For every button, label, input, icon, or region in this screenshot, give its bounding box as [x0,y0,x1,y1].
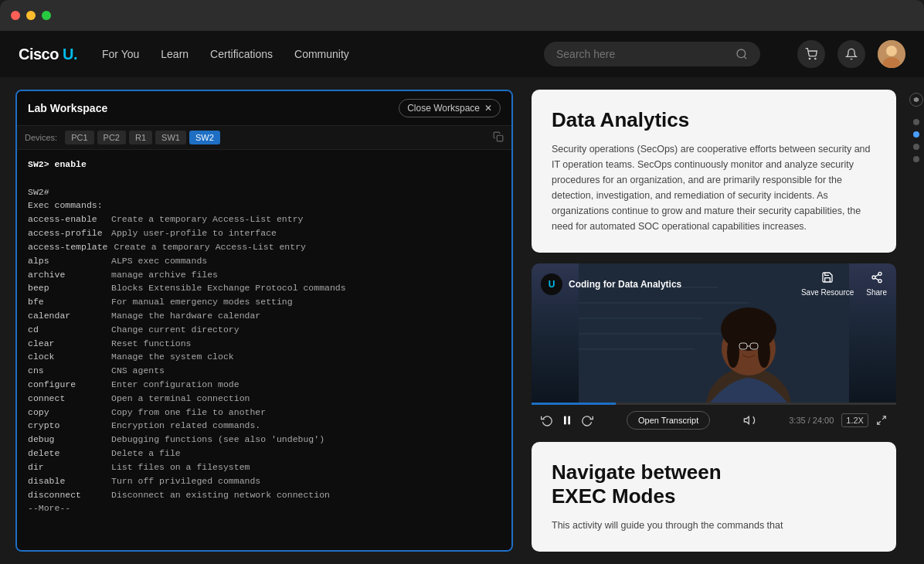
terminal-cmd-disable: disableTurn off privileged commands [28,474,501,488]
svg-point-5 [886,46,897,56]
copy-button[interactable] [493,131,504,144]
expand-dot[interactable] [42,11,51,20]
logo[interactable]: Cisco U. [19,46,77,63]
save-icon [821,271,834,287]
device-pc2[interactable]: PC2 [97,131,126,144]
rewind-icon [541,414,553,426]
svg-line-27 [875,278,878,280]
sidebar-dot-2[interactable] [913,144,919,150]
sidebar-dot-0[interactable] [913,119,919,125]
volume-button[interactable] [743,414,756,426]
video-thumbnail[interactable]: U Coding for Data Analytics [532,263,896,403]
speed-button[interactable]: 1.2X [841,413,868,427]
video-channel: U Coding for Data Analytics [541,274,681,295]
play-pause-button[interactable] [561,414,573,426]
exec-modes-title: Navigate betweenEXEC Modes [552,460,876,508]
search-icon [735,48,748,60]
terminal-cmd-debug: debugDebugging functions (see also 'unde… [28,433,501,447]
terminal-cmd-bfe: bfeFor manual emergency modes setting [28,295,501,309]
terminal-cmd-configure: configureEnter configuration mode [28,378,501,392]
terminal-cmd-copy: copyCopy from one file to another [28,406,501,420]
nav-learn[interactable]: Learn [161,48,189,60]
sidebar-dot-3[interactable] [913,156,919,162]
bell-button[interactable] [837,40,865,68]
search-bar[interactable] [544,42,760,66]
channel-icon-label: U [549,279,555,290]
logo-text: Cisco [19,46,59,63]
data-analytics-card: Data Analytics Security operations (SecO… [532,90,896,253]
share-icon [871,271,883,287]
nav-community[interactable]: Community [294,48,349,60]
fast-forward-icon [581,414,593,426]
navbar: Cisco U. For You Learn Certifications Co… [0,31,924,77]
logo-accent: U. [63,46,77,63]
close-dot[interactable] [11,11,20,20]
svg-point-25 [872,276,875,279]
pause-icon [561,414,573,426]
svg-line-33 [878,421,881,424]
window-chrome [0,0,924,31]
svg-rect-12 [579,333,733,335]
video-timestamp: 3:35 / 24:00 [789,416,834,425]
svg-rect-29 [564,416,566,425]
nav-certifications[interactable]: Certifications [210,48,273,60]
svg-rect-11 [579,318,702,319]
data-analytics-title: Data Analytics [552,108,876,132]
svg-point-20 [758,337,770,368]
lab-panel: Lab Workspace Close Workspace ✕ Devices:… [0,77,525,564]
terminal[interactable]: SW2> enable SW2# Exec commands: access-e… [17,150,511,550]
device-pc1[interactable]: PC1 [65,131,93,144]
devices-label: Devices: [25,133,57,142]
video-actions: Save Resource Share [801,271,887,297]
terminal-cmd-access-profile: access-profileApply user-profile to inte… [28,226,501,240]
terminal-cmd-crypto: cryptoEncryption related commands. [28,419,501,433]
video-card: U Coding for Data Analytics [532,263,896,430]
fullscreen-button[interactable] [876,415,887,426]
close-workspace-button[interactable]: Close Workspace ✕ [399,99,501,117]
device-sw1[interactable]: SW1 [155,131,186,144]
channel-icon: U [541,274,562,295]
terminal-cmd-dir: dirList files on a filesystem [28,460,501,474]
save-resource-label: Save Resource [801,288,854,297]
cart-button[interactable] [797,40,825,68]
search-input[interactable] [556,48,729,60]
video-title-text: Coding for Data Analytics [569,279,681,290]
video-progress-bar[interactable] [532,403,896,405]
cart-icon [805,48,817,60]
terminal-cmd-clock: clockManage the system clock [28,350,501,364]
sidebar-dot-1[interactable] [913,131,919,138]
svg-point-26 [878,280,882,283]
terminal-cmd-clear: clearReset functions [28,337,501,351]
svg-rect-13 [579,348,695,350]
svg-point-3 [815,58,816,59]
svg-point-2 [809,58,810,59]
save-resource-button[interactable]: Save Resource [801,271,854,297]
open-transcript-button[interactable]: Open Transcript [627,411,710,430]
fullscreen-icon [876,415,887,426]
expand-button[interactable] [909,93,923,107]
device-bar: Devices: PC1 PC2 R1 SW1 SW2 [17,126,511,150]
avatar-image [878,40,905,68]
device-r1[interactable]: R1 [129,131,152,144]
terminal-cmd-archive: archivemanage archive files [28,268,501,282]
share-button[interactable]: Share [866,271,887,297]
rewind-button[interactable] [541,414,553,426]
svg-line-32 [882,416,885,420]
terminal-more: --More-- [28,501,501,515]
device-sw2[interactable]: SW2 [189,131,220,144]
nav-for-you[interactable]: For You [102,48,139,60]
fast-forward-button[interactable] [581,414,593,426]
close-workspace-icon: ✕ [484,103,492,114]
terminal-cmd-access-template: access-templateCreate a temporary Access… [28,240,501,254]
minimize-dot[interactable] [26,11,36,20]
close-workspace-label: Close Workspace [407,103,480,114]
terminal-cmd-cd: cdChange current directory [28,323,501,337]
svg-point-24 [878,273,882,276]
video-progress-fill [532,403,616,405]
bell-icon [845,48,858,60]
video-overlay-top: U Coding for Data Analytics [532,271,896,297]
share-label: Share [866,288,887,297]
avatar[interactable] [878,40,905,68]
lab-title: Lab Workspace [28,102,107,114]
terminal-prompt: SW2> enable [28,158,501,172]
